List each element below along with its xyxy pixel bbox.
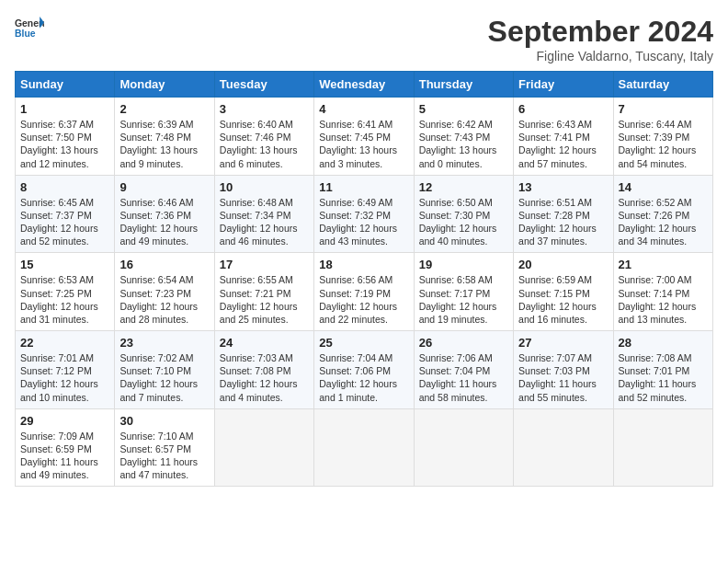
day-info: Sunrise: 6:50 AM Sunset: 7:30 PM Dayligh… xyxy=(419,196,508,248)
day-info: Sunrise: 6:42 AM Sunset: 7:43 PM Dayligh… xyxy=(419,118,508,170)
month-title: September 2024 xyxy=(488,15,713,49)
day-info: Sunrise: 6:48 AM Sunset: 7:34 PM Dayligh… xyxy=(220,196,309,248)
calendar-table: SundayMondayTuesdayWednesdayThursdayFrid… xyxy=(15,71,713,487)
calendar-cell: 5 Sunrise: 6:42 AM Sunset: 7:43 PM Dayli… xyxy=(414,98,513,176)
calendar-cell xyxy=(514,408,613,487)
calendar-cell: 1 Sunrise: 6:37 AM Sunset: 7:50 PM Dayli… xyxy=(16,98,115,176)
day-info: Sunrise: 6:45 AM Sunset: 7:37 PM Dayligh… xyxy=(20,196,109,248)
day-info: Sunrise: 7:01 AM Sunset: 7:12 PM Dayligh… xyxy=(20,351,109,404)
day-info: Sunrise: 7:06 AM Sunset: 7:04 PM Dayligh… xyxy=(419,351,508,404)
day-info: Sunrise: 6:43 AM Sunset: 7:41 PM Dayligh… xyxy=(518,118,608,170)
calendar-cell: 27 Sunrise: 7:07 AM Sunset: 7:03 PM Dayl… xyxy=(514,331,613,409)
calendar-cell: 22 Sunrise: 7:01 AM Sunset: 7:12 PM Dayl… xyxy=(16,331,115,409)
day-info: Sunrise: 7:07 AM Sunset: 7:03 PM Dayligh… xyxy=(518,351,608,404)
day-info: Sunrise: 6:37 AM Sunset: 7:50 PM Dayligh… xyxy=(20,118,109,170)
day-number: 26 xyxy=(419,336,508,350)
calendar-cell: 24 Sunrise: 7:03 AM Sunset: 7:08 PM Dayl… xyxy=(214,331,313,409)
day-number: 16 xyxy=(119,258,209,271)
day-number: 9 xyxy=(119,180,209,194)
col-header-saturday: Saturday xyxy=(613,72,712,98)
calendar-cell: 17 Sunrise: 6:55 AM Sunset: 7:21 PM Dayl… xyxy=(214,253,313,331)
day-number: 24 xyxy=(220,336,309,350)
logo: General Blue xyxy=(15,15,44,40)
calendar-cell: 13 Sunrise: 6:51 AM Sunset: 7:28 PM Dayl… xyxy=(514,175,613,253)
col-header-thursday: Thursday xyxy=(414,72,513,98)
day-number: 15 xyxy=(20,258,109,271)
calendar-cell: 2 Sunrise: 6:39 AM Sunset: 7:48 PM Dayli… xyxy=(115,98,214,176)
day-info: Sunrise: 6:46 AM Sunset: 7:36 PM Dayligh… xyxy=(119,196,209,248)
calendar-cell: 25 Sunrise: 7:04 AM Sunset: 7:06 PM Dayl… xyxy=(314,331,414,409)
day-info: Sunrise: 7:04 AM Sunset: 7:06 PM Dayligh… xyxy=(319,351,408,404)
calendar-cell: 28 Sunrise: 7:08 AM Sunset: 7:01 PM Dayl… xyxy=(613,331,712,409)
day-info: Sunrise: 6:39 AM Sunset: 7:48 PM Dayligh… xyxy=(119,118,209,170)
day-number: 18 xyxy=(319,258,408,271)
svg-text:Blue: Blue xyxy=(15,29,36,39)
day-info: Sunrise: 6:53 AM Sunset: 7:25 PM Dayligh… xyxy=(20,273,109,326)
col-header-monday: Monday xyxy=(115,72,214,98)
calendar-cell: 10 Sunrise: 6:48 AM Sunset: 7:34 PM Dayl… xyxy=(214,175,313,253)
day-number: 6 xyxy=(518,102,608,116)
calendar-cell: 12 Sunrise: 6:50 AM Sunset: 7:30 PM Dayl… xyxy=(414,175,513,253)
calendar-cell: 18 Sunrise: 6:56 AM Sunset: 7:19 PM Dayl… xyxy=(314,253,414,331)
day-number: 7 xyxy=(619,102,708,116)
day-info: Sunrise: 6:52 AM Sunset: 7:26 PM Dayligh… xyxy=(619,196,708,248)
title-block: September 2024 Figline Valdarno, Tuscany… xyxy=(488,15,713,63)
col-header-tuesday: Tuesday xyxy=(214,72,313,98)
logo-icon: General Blue xyxy=(15,15,44,40)
calendar-cell: 6 Sunrise: 6:43 AM Sunset: 7:41 PM Dayli… xyxy=(514,98,613,176)
calendar-cell: 21 Sunrise: 7:00 AM Sunset: 7:14 PM Dayl… xyxy=(613,253,712,331)
day-number: 11 xyxy=(319,180,408,194)
day-info: Sunrise: 6:44 AM Sunset: 7:39 PM Dayligh… xyxy=(619,118,708,170)
day-info: Sunrise: 6:56 AM Sunset: 7:19 PM Dayligh… xyxy=(319,273,408,326)
calendar-cell: 15 Sunrise: 6:53 AM Sunset: 7:25 PM Dayl… xyxy=(16,253,115,331)
col-header-sunday: Sunday xyxy=(16,72,115,98)
day-info: Sunrise: 7:09 AM Sunset: 6:59 PM Dayligh… xyxy=(20,430,109,482)
day-number: 29 xyxy=(20,414,109,428)
day-number: 8 xyxy=(20,180,109,194)
day-info: Sunrise: 7:02 AM Sunset: 7:10 PM Dayligh… xyxy=(119,351,209,404)
day-number: 10 xyxy=(220,180,309,194)
day-number: 23 xyxy=(119,336,209,350)
day-number: 14 xyxy=(619,180,708,194)
calendar-cell: 29 Sunrise: 7:09 AM Sunset: 6:59 PM Dayl… xyxy=(16,408,115,487)
calendar-cell xyxy=(613,408,712,487)
day-number: 25 xyxy=(319,336,408,350)
location: Figline Valdarno, Tuscany, Italy xyxy=(488,49,713,63)
day-info: Sunrise: 6:54 AM Sunset: 7:23 PM Dayligh… xyxy=(119,273,209,326)
day-number: 19 xyxy=(419,258,508,271)
day-number: 27 xyxy=(518,336,608,350)
calendar-cell: 19 Sunrise: 6:58 AM Sunset: 7:17 PM Dayl… xyxy=(414,253,513,331)
day-number: 17 xyxy=(220,258,309,271)
day-info: Sunrise: 6:51 AM Sunset: 7:28 PM Dayligh… xyxy=(518,196,608,248)
day-info: Sunrise: 7:10 AM Sunset: 6:57 PM Dayligh… xyxy=(119,430,209,482)
day-number: 20 xyxy=(518,258,608,271)
day-number: 30 xyxy=(119,414,209,428)
day-info: Sunrise: 7:00 AM Sunset: 7:14 PM Dayligh… xyxy=(619,273,708,326)
col-header-wednesday: Wednesday xyxy=(314,72,414,98)
calendar-cell: 30 Sunrise: 7:10 AM Sunset: 6:57 PM Dayl… xyxy=(115,408,214,487)
calendar-cell: 4 Sunrise: 6:41 AM Sunset: 7:45 PM Dayli… xyxy=(314,98,414,176)
day-number: 13 xyxy=(518,180,608,194)
calendar-cell xyxy=(314,408,414,487)
calendar-cell: 26 Sunrise: 7:06 AM Sunset: 7:04 PM Dayl… xyxy=(414,331,513,409)
day-number: 1 xyxy=(20,102,109,116)
day-info: Sunrise: 6:40 AM Sunset: 7:46 PM Dayligh… xyxy=(220,118,309,170)
day-number: 12 xyxy=(419,180,508,194)
day-number: 21 xyxy=(619,258,708,271)
page-header: General Blue September 2024 Figline Vald… xyxy=(15,15,713,63)
calendar-cell: 23 Sunrise: 7:02 AM Sunset: 7:10 PM Dayl… xyxy=(115,331,214,409)
calendar-cell xyxy=(214,408,313,487)
day-info: Sunrise: 7:03 AM Sunset: 7:08 PM Dayligh… xyxy=(220,351,309,404)
day-number: 28 xyxy=(619,336,708,350)
calendar-cell: 11 Sunrise: 6:49 AM Sunset: 7:32 PM Dayl… xyxy=(314,175,414,253)
day-number: 5 xyxy=(419,102,508,116)
calendar-cell: 20 Sunrise: 6:59 AM Sunset: 7:15 PM Dayl… xyxy=(514,253,613,331)
calendar-cell: 7 Sunrise: 6:44 AM Sunset: 7:39 PM Dayli… xyxy=(613,98,712,176)
day-number: 2 xyxy=(119,102,209,116)
calendar-cell: 14 Sunrise: 6:52 AM Sunset: 7:26 PM Dayl… xyxy=(613,175,712,253)
calendar-cell: 3 Sunrise: 6:40 AM Sunset: 7:46 PM Dayli… xyxy=(214,98,313,176)
calendar-cell: 16 Sunrise: 6:54 AM Sunset: 7:23 PM Dayl… xyxy=(115,253,214,331)
calendar-cell: 9 Sunrise: 6:46 AM Sunset: 7:36 PM Dayli… xyxy=(115,175,214,253)
day-number: 22 xyxy=(20,336,109,350)
calendar-cell: 8 Sunrise: 6:45 AM Sunset: 7:37 PM Dayli… xyxy=(16,175,115,253)
